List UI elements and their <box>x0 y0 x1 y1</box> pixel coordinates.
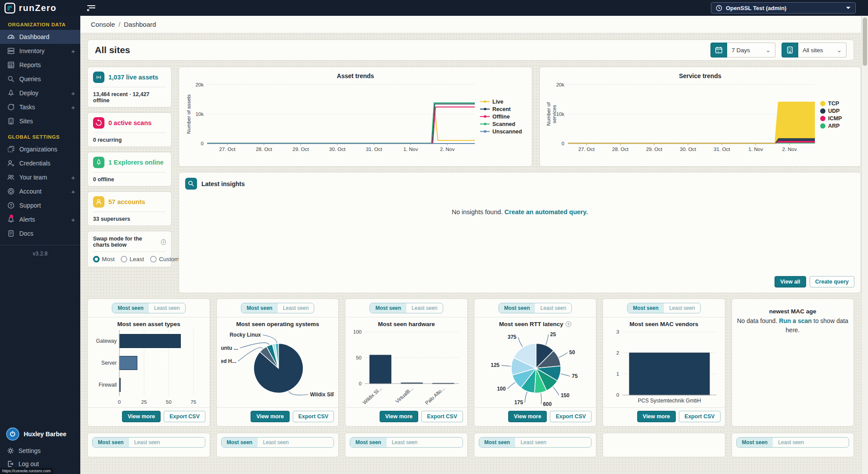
sidebar-item-organizations[interactable]: Organizations <box>0 142 80 156</box>
toggle-most-seen[interactable]: Most seen <box>628 303 664 313</box>
svg-text:3: 3 <box>617 329 619 334</box>
stat-title[interactable]: 1 Explorers online <box>108 159 164 166</box>
radio-button[interactable] <box>93 256 100 262</box>
toggle-least-seen[interactable]: Least seen <box>258 438 294 447</box>
create-automated-query-link[interactable]: Create an automated query. <box>505 208 588 215</box>
export-csv-button[interactable]: Export CSV <box>164 411 205 422</box>
expand-plus-icon[interactable]: + <box>71 188 75 195</box>
radio-button[interactable] <box>150 256 157 262</box>
stat-title[interactable]: 0 active scans <box>108 119 151 126</box>
partial-cards-row: Most seen Least seen Most seen Least see… <box>87 433 854 457</box>
expand-plus-icon[interactable]: + <box>71 174 75 181</box>
sidebar-item-reports[interactable]: Reports <box>0 58 80 72</box>
sidebar-item-queries[interactable]: Queries <box>0 72 80 86</box>
organization-selector[interactable]: OpenSSL Test (admin) <box>711 2 856 14</box>
toggle-most-seen[interactable]: Most seen <box>370 303 406 313</box>
view-all-button[interactable]: View all <box>775 276 806 287</box>
sidebar-item-account[interactable]: Account+ <box>0 184 80 198</box>
view-more-button[interactable]: View more <box>251 411 289 422</box>
stat-title[interactable]: 57 accounts <box>108 198 145 205</box>
sidebar-item-dashboard[interactable]: Dashboard <box>0 30 80 44</box>
sidebar-item-inventory[interactable]: Inventory+ <box>0 44 80 58</box>
info-icon[interactable]: i <box>161 239 166 245</box>
stat-title[interactable]: 1,037 live assets <box>108 74 158 81</box>
export-csv-button[interactable]: Export CSV <box>679 411 721 422</box>
scrollbar-thumb[interactable] <box>863 18 867 66</box>
explorer-icon <box>93 157 104 168</box>
toggle-least-seen[interactable]: Least seen <box>149 303 185 313</box>
toggle-least-seen[interactable]: Least seen <box>664 303 700 313</box>
toggle-least-seen[interactable]: Least seen <box>278 303 314 313</box>
seen-toggle[interactable]: Most seen Least seen <box>350 437 463 448</box>
sidebar-item-deploy[interactable]: Deploy+ <box>0 86 80 100</box>
run-a-scan-link[interactable]: Run a scan <box>779 317 812 324</box>
view-more-button[interactable]: View more <box>508 411 547 422</box>
partial-card-1: Most seen Least seen <box>216 433 339 457</box>
toggle-least-seen[interactable]: Least seen <box>387 438 423 447</box>
breadcrumb-console[interactable]: Console <box>91 21 115 28</box>
radio-least[interactable]: Least <box>121 256 144 262</box>
sidebar-item-credentials[interactable]: Credentials <box>0 156 80 170</box>
seen-toggle[interactable]: Most seen Least seen <box>221 437 334 448</box>
toggle-least-seen[interactable]: Least seen <box>129 438 165 447</box>
sidebar-item-tasks[interactable]: Tasks+ <box>0 100 80 114</box>
svg-text:27. Oct: 27. Oct <box>578 147 595 152</box>
seen-toggle[interactable]: Most seen Least seen <box>479 437 592 448</box>
sidebar-item-alerts[interactable]: Alerts+ <box>0 212 80 226</box>
expand-plus-icon[interactable]: + <box>71 90 75 97</box>
toggle-most-seen[interactable]: Most seen <box>499 303 535 313</box>
toggle-most-seen[interactable]: Most seen <box>479 438 516 447</box>
svg-text:1. Nov: 1. Nov <box>403 147 418 152</box>
seen-toggle[interactable]: Most seen Least seen <box>92 437 205 448</box>
expand-plus-icon[interactable]: + <box>71 216 75 223</box>
site-filter-selector[interactable]: All sites ⌄ <box>782 43 846 57</box>
sidebar-item-support[interactable]: ?Support <box>0 198 80 212</box>
sidebar-item-sites[interactable]: Sites <box>0 114 80 128</box>
toggle-most-seen[interactable]: Most seen <box>350 438 387 447</box>
toggle-most-seen[interactable]: Most seen <box>93 438 129 447</box>
credentials-icon <box>7 159 15 167</box>
radio-button[interactable] <box>121 256 127 262</box>
toggle-least-seen[interactable]: Least seen <box>515 438 552 447</box>
svg-text:Scanned: Scanned <box>492 121 515 127</box>
stats-column: 1,037 live assets 13,464 recent · 12,427… <box>87 67 172 293</box>
radio-custom[interactable]: Custom <box>150 256 179 262</box>
toggle-least-seen[interactable]: Least seen <box>535 303 571 313</box>
view-more-button[interactable]: View more <box>380 411 418 422</box>
date-range-value: 7 Days <box>732 47 750 54</box>
seen-toggle[interactable]: Most seen Least seen <box>627 303 700 313</box>
seen-toggle[interactable]: Most seen Least seen <box>499 303 572 313</box>
scrollbar[interactable] <box>861 16 868 474</box>
info-icon[interactable]: ? <box>566 321 571 327</box>
sidebar-item-docs[interactable]: Docs <box>0 226 80 241</box>
menu-toggle-icon[interactable] <box>86 4 96 11</box>
toggle-most-seen[interactable]: Most seen <box>112 303 149 313</box>
swap-mode-label: Swap mode for the charts below i <box>93 236 166 252</box>
user-menu[interactable]: ⏻ Huxley Barbee <box>0 424 80 444</box>
seen-toggle[interactable]: Most seen Least seen <box>241 303 314 313</box>
export-csv-button[interactable]: Export CSV <box>421 411 463 422</box>
expand-plus-icon[interactable]: + <box>71 104 75 111</box>
view-more-button[interactable]: View more <box>637 411 676 422</box>
create-query-button[interactable]: Create query <box>810 276 854 287</box>
date-range-selector[interactable]: 1 7 Days ⌄ <box>710 43 775 57</box>
toggle-least-seen[interactable]: Least seen <box>406 303 443 313</box>
toggle-most-seen[interactable]: Most seen <box>222 438 258 447</box>
building-icon <box>782 43 798 57</box>
toggle-most-seen[interactable]: Most seen <box>737 438 773 447</box>
seen-toggle[interactable]: Most seen Least seen <box>369 303 443 313</box>
radio-most[interactable]: Most <box>93 256 115 262</box>
export-csv-button[interactable]: Export CSV <box>293 411 334 422</box>
mini-chart: 0255075GatewayServerFirewall <box>92 327 205 407</box>
signal-icon <box>93 72 104 83</box>
sidebar-item-settings[interactable]: Settings <box>0 444 80 457</box>
toggle-least-seen[interactable]: Least seen <box>773 438 809 447</box>
sidebar-item-your-team[interactable]: Your team+ <box>0 170 80 184</box>
toggle-most-seen[interactable]: Most seen <box>241 303 278 313</box>
view-more-button[interactable]: View more <box>122 411 161 422</box>
export-csv-button[interactable]: Export CSV <box>550 411 592 422</box>
stat-subtitle: 33 superusers <box>93 212 166 222</box>
seen-toggle[interactable]: Most seen Least seen <box>736 437 850 448</box>
expand-plus-icon[interactable]: + <box>71 47 75 55</box>
seen-toggle[interactable]: Most seen Least seen <box>112 303 185 313</box>
